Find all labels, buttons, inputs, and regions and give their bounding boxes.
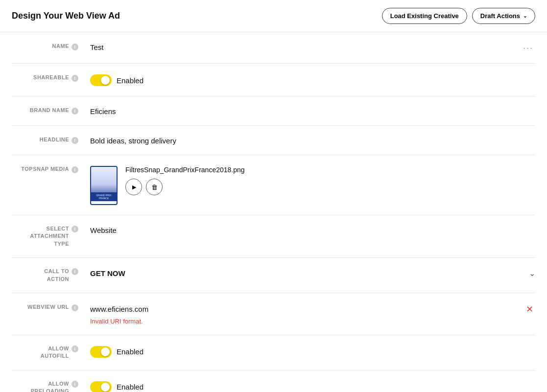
cta-label: CALL TOACTION i (12, 268, 90, 283)
autofill-info-icon[interactable]: i (71, 346, 78, 352)
shareable-toggle-label: Enabled (117, 76, 143, 85)
name-content: Test ··· (90, 42, 535, 53)
url-error-text: Invalid URI format. (90, 318, 535, 325)
delete-button[interactable] (146, 179, 163, 195)
webview-url-value: www.eficiens.com (90, 305, 524, 313)
topsnap-content: GRAND PRIX FRANCE FiltresSnap_GrandPrixF… (90, 165, 535, 205)
webview-url-row: WEBVIEW URL i www.eficiens.com ✕ Invalid… (12, 293, 535, 335)
headline-content: Bold ideas, strong delivery (90, 136, 535, 145)
header-actions: Load Existing Creative Draft Actions ⌄ (382, 8, 535, 24)
webview-url-content: www.eficiens.com ✕ Invalid URI format. (90, 303, 535, 325)
preloading-toggle-slider (90, 381, 112, 392)
media-actions (125, 179, 245, 195)
media-area: GRAND PRIX FRANCE FiltresSnap_GrandPrixF… (90, 166, 245, 205)
attachment-info-icon[interactable]: i (71, 226, 78, 232)
cta-row: CALL TOACTION i GET NOW ⌄ (12, 258, 535, 293)
allow-autofill-row: ALLOWAUTOFILL i Enabled (12, 335, 535, 370)
cta-content: GET NOW ⌄ (90, 268, 535, 278)
attachment-value: Website (90, 226, 117, 234)
load-existing-creative-button[interactable]: Load Existing Creative (382, 8, 467, 24)
page-title: Design Your Web View Ad (12, 11, 120, 21)
brand-name-row: BRAND NAME i Eficiens (12, 96, 535, 126)
autofill-toggle-slider (90, 346, 112, 358)
form-container: NAME i Test ··· SHAREABLE i Enabled BRAN… (0, 32, 547, 392)
topsnap-info-icon[interactable]: i (71, 166, 78, 173)
shareable-toggle-wrapper: Enabled (90, 74, 143, 86)
shareable-label: SHAREABLE i (12, 73, 90, 82)
shareable-info-icon[interactable]: i (71, 75, 78, 82)
topsnap-media-label: TOPSNAP MEDIA i (12, 165, 90, 173)
media-thumbnail-inner: GRAND PRIX FRANCE (91, 167, 117, 201)
name-label: NAME i (12, 42, 90, 50)
url-input-row: www.eficiens.com ✕ (90, 304, 535, 315)
play-button[interactable] (125, 179, 142, 195)
brand-name-value: Eficiens (90, 107, 116, 115)
topsnap-media-row: TOPSNAP MEDIA i GRAND PRIX FRANCE Filtre… (12, 155, 535, 215)
autofill-toggle-label: Enabled (117, 347, 143, 356)
clear-url-button[interactable]: ✕ (524, 304, 535, 315)
media-thumbnail: GRAND PRIX FRANCE (90, 166, 118, 205)
brand-name-info-icon[interactable]: i (71, 108, 78, 115)
draft-actions-label: Draft Actions (480, 12, 520, 20)
attachment-content: Website (90, 225, 535, 234)
headline-row: HEADLINE i Bold ideas, strong delivery (12, 126, 535, 155)
headline-value: Bold ideas, strong delivery (90, 137, 176, 145)
name-row: NAME i Test ··· (12, 32, 535, 64)
page-header: Design Your Web View Ad Load Existing Cr… (0, 0, 547, 32)
shareable-content: Enabled (90, 73, 535, 86)
shareable-toggle[interactable] (90, 74, 112, 86)
autofill-toggle-wrapper: Enabled (90, 346, 143, 358)
brand-name-content: Eficiens (90, 106, 535, 115)
name-info-icon[interactable]: i (71, 44, 78, 50)
cta-info-icon[interactable]: i (71, 268, 78, 275)
media-info: FiltresSnap_GrandPrixFrance2018.png (125, 166, 245, 195)
media-bottom-bar: GRAND PRIX FRANCE (91, 192, 117, 201)
toggle-slider (90, 74, 112, 86)
chevron-down-icon: ⌄ (523, 13, 527, 19)
cta-dropdown[interactable]: GET NOW ⌄ (90, 269, 535, 278)
more-options-icon[interactable]: ··· (521, 43, 535, 53)
play-icon (131, 184, 136, 190)
attachment-type-label: SELECTATTACHMENTTYPE i (12, 225, 90, 248)
preloading-toggle-wrapper: Enabled (90, 381, 143, 392)
webview-url-label: WEBVIEW URL i (12, 303, 90, 311)
allow-autofill-label: ALLOWAUTOFILL i (12, 345, 90, 360)
cta-value: GET NOW (90, 269, 125, 277)
allow-preloading-content: Enabled (90, 380, 535, 392)
preloading-toggle[interactable] (90, 381, 112, 392)
headline-info-icon[interactable]: i (71, 137, 78, 144)
allow-autofill-content: Enabled (90, 345, 535, 358)
headline-label: HEADLINE i (12, 136, 90, 144)
attachment-type-row: SELECTATTACHMENTTYPE i Website (12, 215, 535, 258)
name-value: Test (90, 43, 104, 51)
cta-chevron-icon[interactable]: ⌄ (529, 269, 535, 278)
trash-icon (151, 184, 158, 191)
shareable-row: SHAREABLE i Enabled (12, 64, 535, 96)
autofill-toggle[interactable] (90, 346, 112, 358)
brand-name-label: BRAND NAME i (12, 106, 90, 115)
preloading-info-icon[interactable]: i (71, 381, 78, 388)
allow-preloading-row: ALLOWPRELOADING i Enabled (12, 370, 535, 392)
media-filename: FiltresSnap_GrandPrixFrance2018.png (125, 166, 245, 174)
draft-actions-button[interactable]: Draft Actions ⌄ (472, 8, 535, 24)
webview-url-info-icon[interactable]: i (71, 304, 78, 311)
allow-preloading-label: ALLOWPRELOADING i (12, 380, 90, 392)
preloading-toggle-label: Enabled (117, 383, 143, 391)
url-field-wrapper: www.eficiens.com ✕ Invalid URI format. (90, 304, 535, 325)
